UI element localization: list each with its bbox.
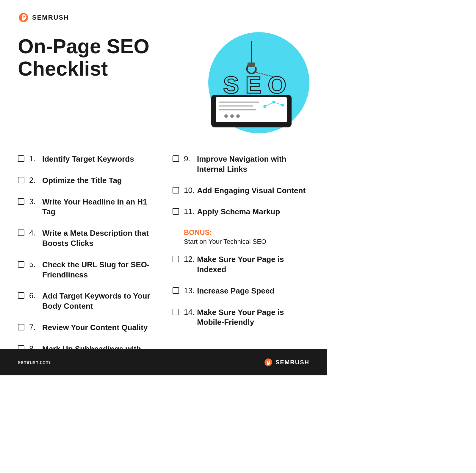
checklist-item[interactable]: 1. Identify Target Keywords bbox=[18, 154, 155, 164]
seo-svg: S E O bbox=[193, 41, 309, 136]
item-content: 3. Write Your Headline in an H1 Tag bbox=[29, 197, 155, 217]
item-text: Add Target Keywords to Your Body Content bbox=[42, 291, 155, 311]
footer-url: semrush.com bbox=[18, 359, 50, 366]
item-content: 11. Apply Schema Markup bbox=[184, 207, 280, 217]
checkbox[interactable] bbox=[18, 324, 24, 330]
item-content: 1. Identify Target Keywords bbox=[29, 154, 134, 164]
item-text: Make Sure Your Page is Mobile-Friendly bbox=[197, 307, 309, 328]
checklist-item[interactable]: 12. Make Sure Your Page is Indexed bbox=[173, 255, 309, 275]
item-text: Add Engaging Visual Content bbox=[197, 186, 306, 196]
page-wrapper: SEMRUSH On-Page SEO Checklist bbox=[0, 0, 327, 375]
item-content: 9. Improve Navigation with Internal Link… bbox=[184, 154, 309, 174]
checkbox[interactable] bbox=[18, 198, 24, 205]
header: SEMRUSH bbox=[0, 0, 327, 29]
right-checklist-col: 9. Improve Navigation with Internal Link… bbox=[173, 154, 309, 375]
checklist-item[interactable]: 4. Write a Meta Description that Boosts … bbox=[18, 228, 155, 249]
item-number: 12. bbox=[184, 255, 195, 264]
item-number: 11. bbox=[184, 207, 195, 216]
checklist-item[interactable]: 13. Increase Page Speed bbox=[173, 286, 309, 296]
left-checklist-col: 1. Identify Target Keywords 2. Optimize … bbox=[18, 154, 155, 375]
item-text: Increase Page Speed bbox=[197, 286, 274, 296]
logo-area: SEMRUSH bbox=[18, 12, 69, 23]
checklist-item[interactable]: 9. Improve Navigation with Internal Link… bbox=[173, 154, 309, 174]
bonus-text: Start on Your Technical SEO bbox=[184, 238, 309, 246]
svg-point-10 bbox=[224, 114, 228, 118]
logo-text: SEMRUSH bbox=[32, 14, 69, 21]
svg-rect-4 bbox=[248, 63, 255, 67]
bonus-label: BONUS: bbox=[184, 228, 309, 237]
checkbox[interactable] bbox=[18, 177, 24, 183]
footer-logo-icon bbox=[264, 358, 273, 367]
bonus-section: BONUS: Start on Your Technical SEO bbox=[173, 228, 309, 246]
item-number: 14. bbox=[184, 307, 195, 317]
item-number: 9. bbox=[184, 154, 195, 163]
item-text: Check the URL Slug for SEO-Friendliness bbox=[42, 260, 155, 280]
checkbox[interactable] bbox=[173, 309, 179, 315]
title-area: On-Page SEO Checklist bbox=[18, 29, 184, 80]
item-number: 7. bbox=[29, 323, 40, 332]
checklist-item[interactable]: 6. Add Target Keywords to Your Body Cont… bbox=[18, 291, 155, 311]
item-content: 7. Review Your Content Quality bbox=[29, 323, 148, 333]
svg-point-11 bbox=[230, 114, 234, 118]
item-number: 4. bbox=[29, 228, 40, 238]
checklist-item[interactable]: 10. Add Engaging Visual Content bbox=[173, 186, 309, 196]
checklist-item[interactable]: 2. Optimize the Title Tag bbox=[18, 176, 155, 186]
footer: semrush.com SEMRUSH bbox=[0, 349, 327, 375]
item-text: Review Your Content Quality bbox=[42, 323, 148, 333]
checklist-item[interactable]: 11. Apply Schema Markup bbox=[173, 207, 309, 217]
checkbox[interactable] bbox=[18, 230, 24, 236]
item-number: 10. bbox=[184, 186, 195, 195]
illustration-area: S E O bbox=[184, 29, 309, 142]
item-content: 14. Make Sure Your Page is Mobile-Friend… bbox=[184, 307, 309, 328]
page-title: On-Page SEO Checklist bbox=[18, 35, 184, 80]
item-text: Make Sure Your Page is Indexed bbox=[197, 255, 309, 275]
checkbox[interactable] bbox=[18, 155, 24, 162]
item-number: 13. bbox=[184, 286, 195, 295]
item-text: Improve Navigation with Internal Links bbox=[197, 154, 309, 174]
footer-logo-text: SEMRUSH bbox=[275, 359, 309, 366]
checklist-container: 1. Identify Target Keywords 2. Optimize … bbox=[0, 154, 327, 375]
item-text: Write a Meta Description that Boosts Cli… bbox=[42, 228, 155, 249]
item-text: Optimize the Title Tag bbox=[42, 176, 122, 186]
item-content: 2. Optimize the Title Tag bbox=[29, 176, 122, 186]
item-content: 5. Check the URL Slug for SEO-Friendline… bbox=[29, 260, 155, 280]
item-number: 3. bbox=[29, 197, 40, 206]
item-text: Write Your Headline in an H1 Tag bbox=[42, 197, 155, 217]
svg-text:S: S bbox=[223, 72, 239, 98]
checklist-item[interactable]: 7. Review Your Content Quality bbox=[18, 323, 155, 333]
svg-point-12 bbox=[236, 114, 240, 118]
checkbox[interactable] bbox=[173, 187, 179, 193]
checkbox[interactable] bbox=[173, 208, 179, 215]
item-content: 13. Increase Page Speed bbox=[184, 286, 274, 296]
checkbox[interactable] bbox=[173, 287, 179, 294]
item-number: 5. bbox=[29, 260, 40, 269]
item-content: 6. Add Target Keywords to Your Body Cont… bbox=[29, 291, 155, 311]
checkbox[interactable] bbox=[18, 292, 24, 299]
checklist-item[interactable]: 5. Check the URL Slug for SEO-Friendline… bbox=[18, 260, 155, 280]
footer-logo: SEMRUSH bbox=[264, 358, 309, 367]
item-text: Apply Schema Markup bbox=[197, 207, 280, 217]
checkbox[interactable] bbox=[173, 256, 179, 262]
item-number: 2. bbox=[29, 176, 40, 185]
checklist-item[interactable]: 14. Make Sure Your Page is Mobile-Friend… bbox=[173, 307, 309, 328]
svg-text:E: E bbox=[245, 72, 261, 98]
item-number: 6. bbox=[29, 291, 40, 300]
item-number: 1. bbox=[29, 154, 40, 163]
checkbox[interactable] bbox=[173, 155, 179, 162]
item-content: 4. Write a Meta Description that Boosts … bbox=[29, 228, 155, 249]
item-content: 12. Make Sure Your Page is Indexed bbox=[184, 255, 309, 275]
checkbox[interactable] bbox=[18, 261, 24, 268]
item-text: Identify Target Keywords bbox=[42, 154, 134, 164]
semrush-logo-icon bbox=[18, 12, 29, 23]
checklist-item[interactable]: 3. Write Your Headline in an H1 Tag bbox=[18, 197, 155, 217]
hero-row: On-Page SEO Checklist bbox=[0, 29, 327, 142]
item-content: 10. Add Engaging Visual Content bbox=[184, 186, 306, 196]
